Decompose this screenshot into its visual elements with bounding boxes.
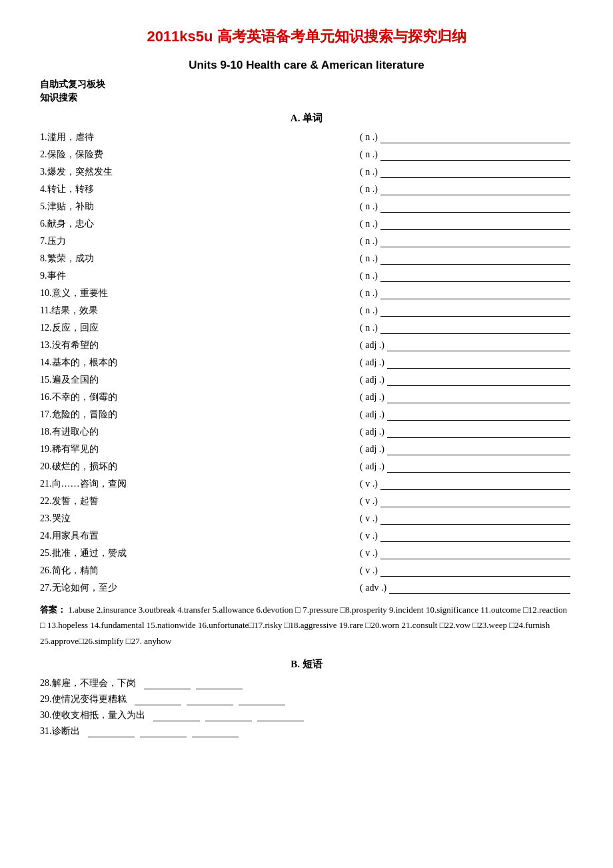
vocab-chinese: 13.没有希望的 <box>40 339 187 351</box>
phrase-blank[interactable] <box>239 693 285 705</box>
vocab-answer-field[interactable] <box>387 443 570 455</box>
vocab-type: ( n .) <box>360 201 378 212</box>
vocab-type: ( n .) <box>360 236 378 247</box>
phrase-blank[interactable] <box>140 725 187 737</box>
vocab-answer-field[interactable] <box>380 513 570 525</box>
vocab-row: 14.基本的，根本的( adj .) <box>40 355 573 370</box>
vocab-row: 1.滥用，虐待( n .) <box>40 130 573 145</box>
vocab-type: ( adj .) <box>360 357 384 368</box>
vocab-answer-field[interactable] <box>380 253 570 265</box>
vocab-chinese: 21.向……咨询，查阅 <box>40 478 187 490</box>
vocab-chinese: 26.简化，精简 <box>40 565 187 577</box>
vocab-row: 5.津贴，补助( n .) <box>40 199 573 214</box>
vocab-bracket: ( v .) <box>360 495 573 507</box>
vocab-row: 9.事件( n .) <box>40 269 573 283</box>
vocab-row: 7.压力( n .) <box>40 234 573 249</box>
vocab-chinese: 16.不幸的，倒霉的 <box>40 391 187 403</box>
vocab-answer-field[interactable] <box>387 461 570 473</box>
vocab-row: 3.爆发，突然发生( n .) <box>40 165 573 179</box>
vocab-answer-field[interactable] <box>387 339 570 351</box>
vocab-bracket: ( v .) <box>360 530 573 542</box>
vocab-answer-field[interactable] <box>380 183 570 195</box>
vocab-row: 21.向……咨询，查阅( v .) <box>40 477 573 491</box>
vocab-type: ( n .) <box>360 323 378 333</box>
phrase-blank[interactable] <box>153 709 200 721</box>
vocab-answer-field[interactable] <box>380 495 570 507</box>
main-title: 2011ks5u 高考英语备考单元知识搜索与探究归纳 <box>40 27 573 47</box>
vocab-row: 13.没有希望的( adj .) <box>40 338 573 353</box>
vocab-answer-field[interactable] <box>387 357 570 369</box>
vocab-answer-field[interactable] <box>380 478 570 490</box>
vocab-type: ( n .) <box>360 305 378 316</box>
phrase-blank[interactable] <box>88 725 135 737</box>
vocab-answer-field[interactable] <box>380 530 570 542</box>
vocab-bracket: ( n .) <box>360 201 573 213</box>
vocab-type: ( n .) <box>360 271 378 281</box>
vocab-answer-field[interactable] <box>389 582 570 594</box>
vocab-answer-field[interactable] <box>380 287 570 299</box>
phrase-blank[interactable] <box>196 677 243 689</box>
vocab-type: ( adj .) <box>360 461 384 472</box>
section-b-header: B. 短语 <box>40 658 573 671</box>
vocab-bracket: ( v .) <box>360 547 573 559</box>
vocab-type: ( adj .) <box>360 375 384 385</box>
vocab-type: ( v .) <box>360 479 378 489</box>
vocab-chinese: 10.意义，重要性 <box>40 287 187 299</box>
vocab-row: 25.批准，通过，赞成( v .) <box>40 546 573 561</box>
vocab-bracket: ( n .) <box>360 253 573 265</box>
vocab-type: ( adj .) <box>360 392 384 403</box>
vocab-type: ( adv .) <box>360 583 386 593</box>
vocab-type: ( adj .) <box>360 409 384 420</box>
phrase-chinese: 29.使情况变得更糟糕 <box>40 693 127 705</box>
phrase-blank[interactable] <box>187 693 233 705</box>
vocab-bracket: ( v .) <box>360 565 573 577</box>
vocab-type: ( n .) <box>360 132 378 143</box>
vocab-answer-field[interactable] <box>380 166 570 178</box>
phrase-blank[interactable] <box>257 709 304 721</box>
vocab-chinese: 25.批准，通过，赞成 <box>40 547 187 559</box>
phrase-chinese: 30.使收支相抵，量入为出 <box>40 709 145 721</box>
phrase-blank[interactable] <box>144 677 191 689</box>
phrase-blank[interactable] <box>205 709 252 721</box>
vocab-type: ( adj .) <box>360 427 384 437</box>
vocab-row: 10.意义，重要性( n .) <box>40 286 573 301</box>
vocab-answer-field[interactable] <box>380 305 570 317</box>
vocab-answer-field[interactable] <box>380 235 570 247</box>
phrase-blank[interactable] <box>192 725 239 737</box>
vocab-type: ( n .) <box>360 149 378 160</box>
knowledge-label: 知识搜索 <box>40 92 573 104</box>
vocab-answer-field[interactable] <box>380 322 570 334</box>
vocab-row: 15.遍及全国的( adj .) <box>40 373 573 387</box>
phrase-blank[interactable] <box>135 693 181 705</box>
vocab-type: ( n .) <box>360 167 378 177</box>
vocab-row: 18.有进取心的( adj .) <box>40 425 573 439</box>
vocab-row: 2.保险，保险费( n .) <box>40 147 573 162</box>
vocab-bracket: ( adj .) <box>360 357 573 369</box>
vocab-answer-field[interactable] <box>380 149 570 161</box>
answers-text: 1.abuse 2.insurance 3.outbreak 4.transfe… <box>40 605 567 646</box>
vocab-chinese: 2.保险，保险费 <box>40 149 187 161</box>
vocab-answer-field[interactable] <box>387 374 570 386</box>
vocab-answer-field[interactable] <box>387 426 570 438</box>
vocab-bracket: ( n .) <box>360 149 573 161</box>
vocab-answer-field[interactable] <box>380 218 570 230</box>
vocab-row: 12.反应，回应( n .) <box>40 321 573 335</box>
vocab-row: 20.破烂的，损坏的( adj .) <box>40 459 573 474</box>
vocab-bracket: ( adj .) <box>360 374 573 386</box>
vocab-answer-field[interactable] <box>380 565 570 577</box>
vocab-answer-field[interactable] <box>380 131 570 143</box>
vocab-bracket: ( n .) <box>360 287 573 299</box>
vocab-answer-field[interactable] <box>380 270 570 282</box>
vocab-type: ( n .) <box>360 253 378 264</box>
answers-label: 答案： <box>40 605 66 615</box>
vocab-answer-field[interactable] <box>380 547 570 559</box>
vocab-bracket: ( adj .) <box>360 443 573 455</box>
vocab-type: ( n .) <box>360 288 378 299</box>
vocab-row: 22.发誓，起誓( v .) <box>40 494 573 509</box>
vocab-answer-field[interactable] <box>387 409 570 421</box>
vocab-answer-field[interactable] <box>380 201 570 213</box>
vocab-row: 6.献身，忠心( n .) <box>40 217 573 231</box>
vocab-answer-field[interactable] <box>387 391 570 403</box>
vocab-row: 26.简化，精简( v .) <box>40 563 573 578</box>
phrases-list: 28.解雇，不理会，下岗29.使情况变得更糟糕30.使收支相抵，量入为出31.诊… <box>40 677 573 737</box>
